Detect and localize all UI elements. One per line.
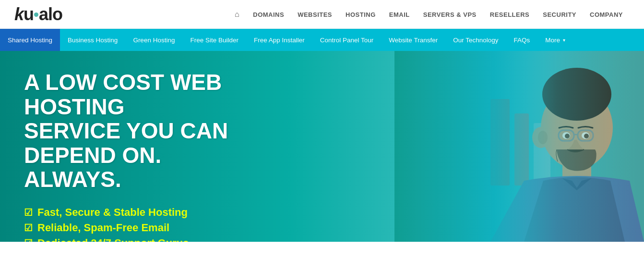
sec-nav-shared-hosting[interactable]: Shared Hosting	[0, 29, 60, 51]
sec-nav-business-hosting[interactable]: Business Hosting	[60, 29, 125, 51]
sec-nav-control-panel-tour[interactable]: Control Panel Tour	[312, 29, 382, 51]
sec-nav-our-technology[interactable]: Our Technology	[445, 29, 506, 51]
top-nav-websites[interactable]: WEBSITES	[291, 10, 339, 19]
top-nav-email[interactable]: EMAIL	[382, 10, 417, 19]
business-hosting-link[interactable]: Business Hosting	[60, 29, 125, 51]
secondary-navigation: Shared Hosting Business Hosting Green Ho…	[0, 29, 644, 51]
top-nav-links: ⌂ DOMAINS WEBSITES HOSTING EMAIL SERVERS…	[228, 10, 630, 19]
top-nav-domains[interactable]: DOMAINS	[246, 10, 291, 19]
home-icon: ⌂	[235, 10, 239, 18]
more-link[interactable]: More ▾	[537, 29, 573, 51]
top-nav-security[interactable]: SECURITY	[536, 10, 583, 19]
logo-u: u	[24, 4, 34, 24]
sec-nav-free-site-builder[interactable]: Free Site Builder	[182, 29, 246, 51]
servers-link[interactable]: SERVERS & VPS	[417, 11, 483, 18]
hosting-link[interactable]: HOSTING	[339, 11, 382, 18]
email-link[interactable]: EMAIL	[382, 11, 417, 18]
top-nav-company[interactable]: COMPANY	[583, 10, 630, 19]
sec-nav-links: Shared Hosting Business Hosting Green Ho…	[0, 29, 573, 51]
chevron-down-icon: ▾	[563, 37, 565, 43]
feature-item-1: ☑ Fast, Secure & Stable Hosting	[24, 206, 312, 219]
home-link[interactable]: ⌂	[228, 11, 246, 18]
top-nav-resellers[interactable]: RESELLERS	[483, 10, 537, 19]
logo-k: k	[14, 4, 24, 24]
sec-nav-green-hosting[interactable]: Green Hosting	[125, 29, 182, 51]
domains-link[interactable]: DOMAINS	[246, 11, 291, 18]
hero-features-list: ☑ Fast, Secure & Stable Hosting ☑ Reliab…	[24, 206, 312, 242]
faqs-link[interactable]: FAQs	[506, 29, 537, 51]
sec-nav-website-transfer[interactable]: Website Transfer	[381, 29, 445, 51]
check-icon-1: ☑	[24, 207, 33, 218]
control-panel-tour-link[interactable]: Control Panel Tour	[312, 29, 382, 51]
sec-nav-faqs[interactable]: FAQs	[506, 29, 537, 51]
top-nav-home[interactable]: ⌂	[228, 10, 246, 19]
check-icon-2: ☑	[24, 222, 33, 234]
sec-nav-more[interactable]: More ▾	[537, 29, 573, 51]
green-hosting-link[interactable]: Green Hosting	[125, 29, 182, 51]
feature-text-3: Dedicated 24/7 Support Gurus	[37, 237, 189, 242]
our-technology-link[interactable]: Our Technology	[445, 29, 506, 51]
free-site-builder-link[interactable]: Free Site Builder	[182, 29, 246, 51]
top-navigation: kualo ⌂ DOMAINS WEBSITES HOSTING EMAIL S…	[0, 0, 644, 29]
sec-nav-free-app-installer[interactable]: Free App Installer	[246, 29, 312, 51]
shared-hosting-link[interactable]: Shared Hosting	[0, 29, 60, 51]
top-nav-servers[interactable]: SERVERS & VPS	[417, 10, 483, 19]
top-nav-hosting[interactable]: HOSTING	[339, 10, 382, 19]
feature-text-2: Reliable, Spam-Free Email	[37, 222, 169, 234]
logo-alo: alo	[39, 4, 62, 24]
resellers-link[interactable]: RESELLERS	[483, 11, 537, 18]
hero-content: A LOW COST WEB HOSTING SERVICE YOU CAN D…	[0, 51, 336, 242]
hero-title-line1: A LOW COST WEB HOSTING	[24, 70, 222, 119]
website-transfer-link[interactable]: Website Transfer	[381, 29, 445, 51]
feature-item-2: ☑ Reliable, Spam-Free Email	[24, 222, 312, 234]
websites-link[interactable]: WEBSITES	[291, 11, 339, 18]
logo[interactable]: kualo	[14, 4, 62, 25]
check-icon-3: ☑	[24, 237, 33, 242]
free-app-installer-link[interactable]: Free App Installer	[246, 29, 312, 51]
more-label: More	[545, 37, 560, 44]
hero-section: A LOW COST WEB HOSTING SERVICE YOU CAN D…	[0, 51, 644, 242]
hero-title: A LOW COST WEB HOSTING SERVICE YOU CAN D…	[24, 70, 312, 192]
hero-title-line2: SERVICE YOU CAN DEPEND ON.	[24, 118, 228, 168]
feature-item-3: ☑ Dedicated 24/7 Support Gurus	[24, 237, 312, 242]
logo-dot	[34, 12, 38, 17]
security-link[interactable]: SECURITY	[536, 11, 583, 18]
feature-text-1: Fast, Secure & Stable Hosting	[37, 206, 188, 219]
company-link[interactable]: COMPANY	[583, 11, 630, 18]
hero-title-line3: ALWAYS.	[24, 167, 121, 192]
